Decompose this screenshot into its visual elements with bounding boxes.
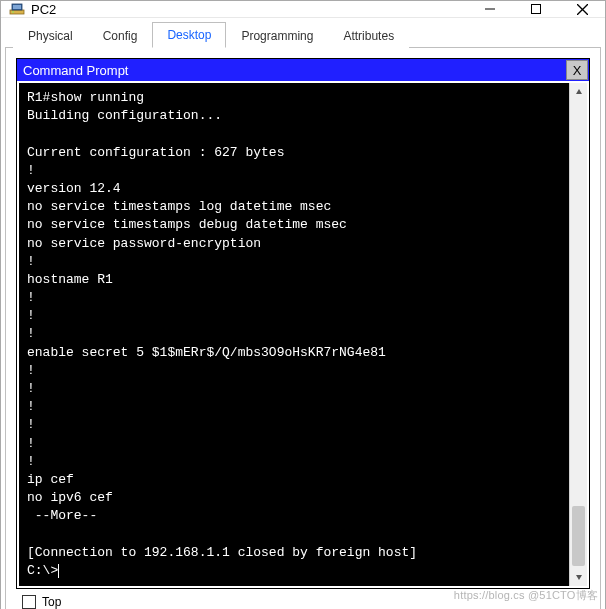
terminal[interactable]: R1#show running Building configuration..…: [19, 83, 569, 586]
scroll-down-button[interactable]: [570, 568, 587, 586]
svg-marker-8: [576, 89, 582, 94]
svg-rect-5: [532, 5, 541, 14]
top-checkbox-label: Top: [42, 595, 61, 609]
footer: Top: [16, 589, 590, 609]
svg-rect-0: [10, 10, 24, 14]
tab-programming[interactable]: Programming: [226, 23, 328, 48]
command-prompt-titlebar: Command Prompt X: [17, 59, 589, 81]
tabstrip: Physical Config Desktop Programming Attr…: [5, 22, 601, 48]
svg-point-3: [12, 11, 13, 12]
window-controls: [467, 1, 605, 17]
svg-rect-2: [13, 5, 21, 9]
scrollbar-track[interactable]: [570, 101, 587, 568]
window-body: Physical Config Desktop Programming Attr…: [1, 18, 605, 609]
command-prompt-window: Command Prompt X R1#show running Buildin…: [16, 58, 590, 589]
scrollbar-thumb[interactable]: [572, 506, 585, 566]
minimize-button[interactable]: [467, 1, 513, 17]
tab-physical[interactable]: Physical: [13, 23, 88, 48]
svg-marker-9: [576, 575, 582, 580]
titlebar: PC2: [1, 1, 605, 18]
command-prompt-close-button[interactable]: X: [566, 60, 588, 80]
tab-desktop[interactable]: Desktop: [152, 22, 226, 48]
window-title: PC2: [31, 2, 467, 17]
top-checkbox[interactable]: [22, 595, 36, 609]
scroll-up-button[interactable]: [570, 83, 587, 101]
maximize-button[interactable]: [513, 1, 559, 17]
terminal-container: R1#show running Building configuration..…: [17, 81, 589, 588]
close-button[interactable]: [559, 1, 605, 17]
tab-attributes[interactable]: Attributes: [328, 23, 409, 48]
command-prompt-title: Command Prompt: [23, 63, 128, 78]
tab-config[interactable]: Config: [88, 23, 153, 48]
tab-content: Command Prompt X R1#show running Buildin…: [5, 48, 601, 609]
app-window: PC2 Physical Config Desktop Programming …: [0, 0, 606, 609]
terminal-scrollbar[interactable]: [569, 83, 587, 586]
app-icon: [9, 1, 25, 17]
